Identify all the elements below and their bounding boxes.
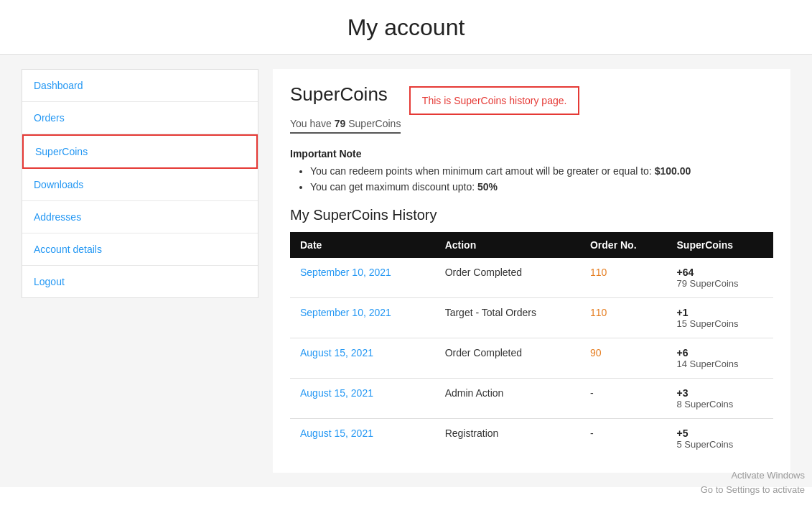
cell-order-no: 90 — [580, 338, 667, 379]
col-header-date: Date — [290, 232, 435, 258]
note-item-1: You can redeem points when minimum cart … — [310, 165, 773, 177]
col-header-supercoins: SuperCoins — [667, 232, 773, 258]
history-table: DateActionOrder No.SuperCoins September … — [290, 232, 773, 458]
coins-amount: +6 — [677, 347, 763, 359]
cell-supercoins: +6479 SuperCoins — [667, 258, 773, 298]
history-section: My SuperCoins History DateActionOrder No… — [290, 207, 773, 458]
page-body: DashboardOrdersSuperCoinsDownloadsAddres… — [0, 55, 812, 487]
note-2-highlight: 50% — [477, 181, 498, 193]
col-header-order-no: Order No. — [580, 232, 667, 258]
coins-balance: 79 SuperCoins — [677, 278, 763, 289]
notes-list: You can redeem points when minimum cart … — [290, 165, 773, 193]
cell-date: August 15, 2021 — [290, 338, 435, 379]
important-note: Important Note You can redeem points whe… — [290, 148, 773, 193]
cell-supercoins: +38 SuperCoins — [667, 379, 773, 419]
count-suffix: SuperCoins — [345, 118, 401, 129]
cell-date: September 10, 2021 — [290, 258, 435, 298]
note-1-prefix: You can redeem points when minimum cart … — [310, 165, 655, 177]
cell-action: Admin Action — [435, 379, 580, 419]
page-title: My account — [0, 14, 812, 41]
table-body: September 10, 2021Order Completed110+647… — [290, 258, 773, 458]
content-wrapper: DashboardOrdersSuperCoinsDownloadsAddres… — [22, 69, 790, 473]
supercoins-header: SuperCoins This is SuperCoins history pa… — [290, 83, 773, 115]
table-row: August 15, 2021Registration-+55 SuperCoi… — [290, 419, 773, 459]
cell-supercoins: +55 SuperCoins — [667, 419, 773, 459]
sidebar-item-dashboard[interactable]: Dashboard — [22, 70, 258, 102]
history-page-notice: This is SuperCoins history page. — [409, 86, 580, 115]
supercoins-title: SuperCoins — [290, 83, 388, 106]
note-2-prefix: You can get maximum discount upto: — [310, 181, 477, 193]
cell-action: Target - Total Orders — [435, 298, 580, 338]
note-item-2: You can get maximum discount upto: 50% — [310, 181, 773, 193]
table-row: August 15, 2021Order Completed90+614 Sup… — [290, 338, 773, 379]
note-1-highlight: $100.00 — [655, 165, 691, 177]
windows-watermark: Activate Windows Go to Settings to activ… — [701, 468, 805, 487]
coins-balance: 8 SuperCoins — [677, 399, 763, 410]
cell-action: Order Completed — [435, 258, 580, 298]
cell-action: Registration — [435, 419, 580, 459]
supercoins-count-line: You have 79 SuperCoins — [290, 118, 401, 134]
table-row: September 10, 2021Target - Total Orders1… — [290, 298, 773, 338]
cell-supercoins: +115 SuperCoins — [667, 298, 773, 338]
supercoins-count: 79 — [335, 118, 346, 129]
coins-amount: +5 — [677, 427, 763, 439]
coins-balance: 15 SuperCoins — [677, 318, 763, 329]
sidebar-item-logout[interactable]: Logout — [22, 266, 258, 297]
sidebar-item-account-details[interactable]: Account details — [22, 233, 258, 266]
history-title: My SuperCoins History — [290, 207, 773, 223]
cell-order-no: 110 — [580, 258, 667, 298]
table-header: DateActionOrder No.SuperCoins — [290, 232, 773, 258]
page-header: My account — [0, 0, 812, 55]
cell-date: August 15, 2021 — [290, 379, 435, 419]
main-content: SuperCoins This is SuperCoins history pa… — [273, 69, 790, 473]
cell-supercoins: +614 SuperCoins — [667, 338, 773, 379]
sidebar-item-addresses[interactable]: Addresses — [22, 201, 258, 233]
cell-order-no: 110 — [580, 298, 667, 338]
count-prefix: You have — [290, 118, 335, 129]
sidebar-item-downloads[interactable]: Downloads — [22, 169, 258, 201]
coins-amount: +64 — [677, 267, 763, 278]
table-row: August 15, 2021Admin Action-+38 SuperCoi… — [290, 379, 773, 419]
sidebar: DashboardOrdersSuperCoinsDownloadsAddres… — [22, 69, 258, 473]
sidebar-item-supercoins[interactable]: SuperCoins — [22, 134, 258, 169]
coins-balance: 14 SuperCoins — [677, 359, 763, 369]
watermark-line1: Activate Windows — [701, 468, 805, 483]
important-note-label: Important Note — [290, 148, 773, 159]
table-header-row: DateActionOrder No.SuperCoins — [290, 232, 773, 258]
coins-amount: +1 — [677, 307, 763, 318]
table-row: September 10, 2021Order Completed110+647… — [290, 258, 773, 298]
cell-order-no: - — [580, 379, 667, 419]
coins-balance: 5 SuperCoins — [677, 439, 763, 450]
watermark-line2: Go to Settings to activate — [701, 483, 805, 488]
cell-order-no: - — [580, 419, 667, 459]
col-header-action: Action — [435, 232, 580, 258]
sidebar-item-orders[interactable]: Orders — [22, 102, 258, 134]
sidebar-nav: DashboardOrdersSuperCoinsDownloadsAddres… — [22, 69, 258, 298]
cell-date: August 15, 2021 — [290, 419, 435, 459]
cell-action: Order Completed — [435, 338, 580, 379]
supercoins-count-wrapper: You have 79 SuperCoins — [290, 118, 773, 137]
coins-amount: +3 — [677, 387, 763, 399]
cell-date: September 10, 2021 — [290, 298, 435, 338]
